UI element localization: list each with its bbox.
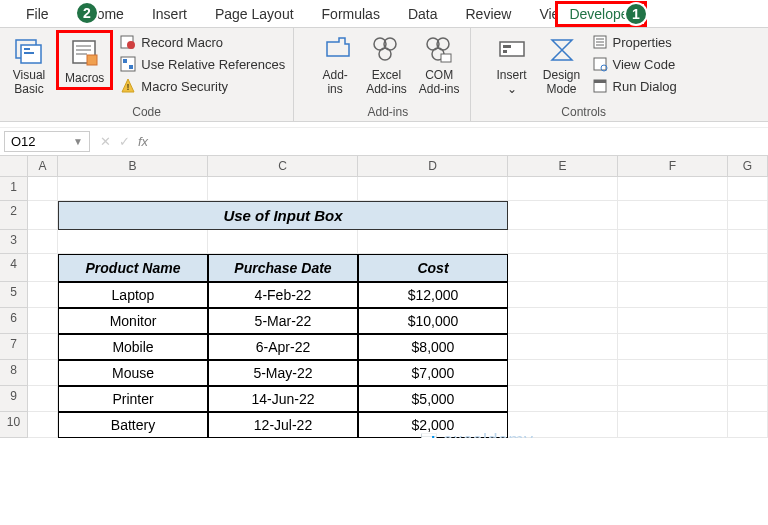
cell[interactable]	[618, 230, 728, 254]
name-box-dropdown-icon[interactable]: ▼	[73, 136, 83, 147]
row-header-3[interactable]: 3	[0, 230, 28, 254]
tab-file[interactable]: File	[12, 2, 63, 26]
cell[interactable]	[28, 334, 58, 360]
cell[interactable]	[28, 254, 58, 282]
cell[interactable]	[358, 177, 508, 201]
cell[interactable]	[508, 230, 618, 254]
cell[interactable]	[618, 177, 728, 201]
cell[interactable]	[728, 282, 768, 308]
enter-formula-icon[interactable]: ✓	[119, 134, 130, 149]
tab-data[interactable]: Data	[394, 2, 452, 26]
cell[interactable]	[618, 308, 728, 334]
tab-page-layout[interactable]: Page Layout	[201, 2, 308, 26]
cell[interactable]	[618, 201, 728, 230]
table-cell[interactable]: $10,000	[358, 308, 508, 334]
cell[interactable]	[728, 254, 768, 282]
cell[interactable]	[508, 360, 618, 386]
com-addins-button[interactable]: COM Add-ins	[415, 30, 464, 99]
run-dialog-button[interactable]: Run Dialog	[589, 76, 679, 96]
table-cell[interactable]: $2,000	[358, 412, 508, 438]
table-cell[interactable]: $5,000	[358, 386, 508, 412]
sheet-title[interactable]: Use of Input Box	[58, 201, 508, 230]
table-cell[interactable]: 5-Mar-22	[208, 308, 358, 334]
table-cell[interactable]: $8,000	[358, 334, 508, 360]
row-header-8[interactable]: 8	[0, 360, 28, 386]
cell[interactable]	[508, 386, 618, 412]
cell[interactable]	[28, 412, 58, 438]
cell[interactable]	[208, 230, 358, 254]
table-header[interactable]: Product Name	[58, 254, 208, 282]
tab-view[interactable]: View	[525, 2, 555, 26]
row-header-7[interactable]: 7	[0, 334, 28, 360]
col-header-F[interactable]: F	[618, 156, 728, 177]
cell[interactable]	[728, 360, 768, 386]
table-cell[interactable]: Monitor	[58, 308, 208, 334]
name-box[interactable]: O12 ▼	[4, 131, 90, 152]
cell[interactable]	[58, 177, 208, 201]
insert-controls-button[interactable]: Insert⌄	[489, 30, 535, 99]
table-cell[interactable]: Printer	[58, 386, 208, 412]
row-header-5[interactable]: 5	[0, 282, 28, 308]
cell[interactable]	[618, 334, 728, 360]
cell[interactable]	[508, 282, 618, 308]
col-header-B[interactable]: B	[58, 156, 208, 177]
cell[interactable]	[508, 412, 618, 438]
table-cell[interactable]: 5-May-22	[208, 360, 358, 386]
row-header-6[interactable]: 6	[0, 308, 28, 334]
row-header-9[interactable]: 9	[0, 386, 28, 412]
cell[interactable]	[728, 201, 768, 230]
table-cell[interactable]: 4-Feb-22	[208, 282, 358, 308]
col-header-A[interactable]: A	[28, 156, 58, 177]
table-header[interactable]: Purchase Date	[208, 254, 358, 282]
col-header-E[interactable]: E	[508, 156, 618, 177]
cell[interactable]	[618, 282, 728, 308]
cell[interactable]	[58, 230, 208, 254]
table-cell[interactable]: 6-Apr-22	[208, 334, 358, 360]
cell[interactable]	[208, 177, 358, 201]
row-header-10[interactable]: 10	[0, 412, 28, 438]
addins-button[interactable]: Add- ins	[312, 30, 358, 99]
table-cell[interactable]: 12-Jul-22	[208, 412, 358, 438]
cell[interactable]	[28, 230, 58, 254]
table-cell[interactable]: Battery	[58, 412, 208, 438]
cell[interactable]	[358, 230, 508, 254]
table-cell[interactable]: Laptop	[58, 282, 208, 308]
col-header-D[interactable]: D	[358, 156, 508, 177]
cell[interactable]	[728, 334, 768, 360]
cell[interactable]	[508, 334, 618, 360]
cell[interactable]	[728, 412, 768, 438]
cell[interactable]	[618, 412, 728, 438]
table-cell[interactable]: Mobile	[58, 334, 208, 360]
row-header-2[interactable]: 2	[0, 201, 28, 230]
cell[interactable]	[508, 254, 618, 282]
visual-basic-button[interactable]: Visual Basic	[6, 30, 52, 99]
table-header[interactable]: Cost	[358, 254, 508, 282]
use-relative-button[interactable]: Use Relative References	[117, 54, 287, 74]
cell[interactable]	[28, 386, 58, 412]
cell[interactable]	[618, 254, 728, 282]
formula-input[interactable]	[154, 132, 768, 151]
table-cell[interactable]: Mouse	[58, 360, 208, 386]
excel-addins-button[interactable]: Excel Add-ins	[362, 30, 411, 99]
col-header-G[interactable]: G	[728, 156, 768, 177]
col-header-C[interactable]: C	[208, 156, 358, 177]
properties-button[interactable]: Properties	[589, 32, 679, 52]
tab-insert[interactable]: Insert	[138, 2, 201, 26]
cell[interactable]	[508, 177, 618, 201]
cancel-formula-icon[interactable]: ✕	[100, 134, 111, 149]
cell[interactable]	[508, 308, 618, 334]
cell[interactable]	[28, 360, 58, 386]
cell[interactable]	[28, 177, 58, 201]
macro-security-button[interactable]: ! Macro Security	[117, 76, 287, 96]
cell[interactable]	[28, 201, 58, 230]
table-cell[interactable]: $12,000	[358, 282, 508, 308]
cell[interactable]	[28, 282, 58, 308]
cell[interactable]	[618, 386, 728, 412]
table-cell[interactable]: $7,000	[358, 360, 508, 386]
fx-icon[interactable]: fx	[138, 134, 148, 149]
cell[interactable]	[728, 308, 768, 334]
table-cell[interactable]: 14-Jun-22	[208, 386, 358, 412]
cell[interactable]	[728, 386, 768, 412]
cell[interactable]	[728, 177, 768, 201]
select-all-corner[interactable]	[0, 156, 28, 177]
